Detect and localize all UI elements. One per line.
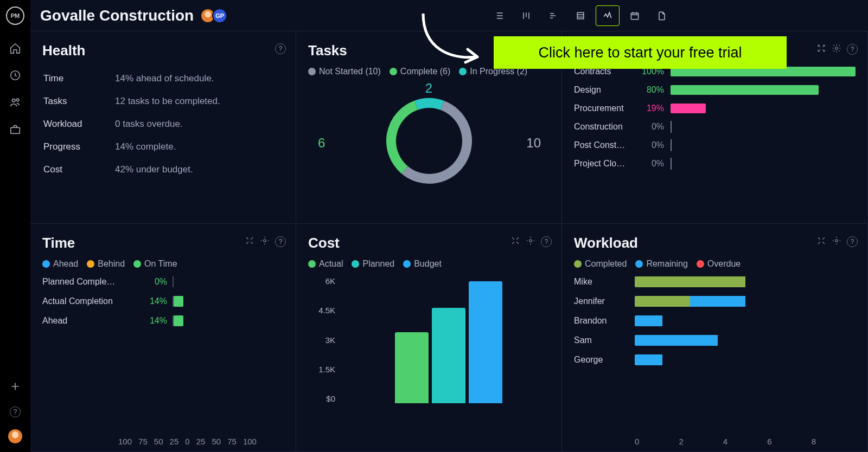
progress-row: Project Clo… 0% (574, 159, 856, 169)
workload-name: Mike (574, 277, 628, 287)
progress-pct: 0% (640, 122, 664, 132)
app-logo[interactable]: PM (6, 7, 24, 25)
legend-item[interactable]: Planned (352, 259, 394, 269)
health-label: Time (43, 68, 114, 89)
gear-icon[interactable] (832, 43, 841, 55)
expand-icon[interactable] (245, 236, 254, 248)
time-row: Planned Comple… 0% (42, 276, 284, 287)
help-icon[interactable]: ? (847, 236, 858, 247)
project-avatars[interactable]: GP (203, 8, 227, 23)
svg-rect-5 (631, 13, 638, 20)
legend-item[interactable]: On Time (133, 259, 177, 269)
legend-item[interactable]: Not Started (10) (308, 67, 381, 76)
legend-item[interactable]: Ahead (42, 259, 78, 269)
project-title: Govalle Construction (40, 7, 194, 24)
progress-pct: 19% (640, 104, 664, 113)
progress-bar (671, 85, 856, 95)
health-value: 42% under budget. (115, 159, 283, 180)
donut-value-complete: 6 (318, 135, 325, 151)
calendar-view-icon[interactable] (623, 5, 647, 26)
briefcase-icon[interactable] (9, 124, 21, 138)
time-row: Actual Completion 14% (42, 296, 284, 307)
health-value: 14% ahead of schedule. (115, 68, 283, 89)
sidebar: PM ? (0, 0, 30, 452)
cost-legend: ActualPlannedBudget (308, 259, 550, 269)
workload-legend: CompletedRemainingOverdue (574, 259, 856, 269)
progress-label: Construction (574, 122, 634, 132)
health-label: Workload (43, 113, 114, 135)
time-legend: AheadBehindOn Time (42, 259, 284, 269)
workload-bar (635, 276, 856, 287)
progress-bar (671, 122, 856, 132)
health-label: Cost (43, 159, 114, 180)
expand-icon[interactable] (816, 43, 826, 55)
workload-bar (635, 296, 856, 307)
legend-item[interactable]: Remaining (635, 259, 687, 269)
legend-item[interactable]: Behind (87, 259, 125, 269)
progress-bar (671, 140, 856, 150)
add-icon[interactable] (9, 380, 21, 395)
legend-item[interactable]: Overdue (697, 259, 741, 269)
help-icon[interactable]: ? (10, 406, 21, 417)
gear-icon[interactable] (526, 236, 535, 248)
progress-label: Project Clo… (574, 159, 634, 169)
help-icon[interactable]: ? (847, 44, 858, 55)
health-label: Progress (43, 136, 114, 158)
help-icon[interactable]: ? (275, 236, 286, 247)
time-label: Actual Completion (42, 296, 135, 306)
gear-icon[interactable] (832, 236, 841, 248)
expand-icon[interactable] (510, 236, 520, 248)
progress-pct: 80% (640, 85, 664, 95)
panel-cost: Cost ? ActualPlannedBudget 6K4.5K3K1.5K$… (296, 224, 562, 452)
workload-row: Jennifer (574, 296, 856, 307)
panel-workload: Workload ? CompletedRemainingOverdue Mik… (562, 224, 868, 452)
clock-icon[interactable] (9, 69, 21, 83)
progress-label: Procurement (574, 104, 634, 113)
health-value: 12 tasks to be completed. (115, 91, 283, 112)
tasks-donut: 2 10 6 (308, 84, 550, 198)
progress-pct: 0% (640, 140, 664, 150)
dashboard-view-icon[interactable] (596, 5, 620, 26)
topbar: Govalle Construction GP (30, 0, 868, 31)
progress-row: Construction 0% (574, 122, 856, 132)
legend-item[interactable]: Budget (403, 259, 442, 269)
legend-item[interactable]: Complete (6) (390, 67, 450, 76)
time-row: Ahead 14% (42, 315, 284, 326)
expand-icon[interactable] (816, 236, 826, 248)
workload-row: Sam (574, 335, 856, 346)
progress-bar (671, 159, 856, 169)
workload-name: Jennifer (574, 296, 628, 306)
progress-pct: 0% (640, 159, 664, 169)
workload-bar (635, 335, 856, 346)
panel-title: Workload (574, 235, 856, 251)
cost-bar (395, 332, 429, 403)
legend-item[interactable]: Completed (574, 259, 627, 269)
health-label: Tasks (43, 91, 114, 112)
list-view-icon[interactable] (487, 5, 511, 26)
cost-bar (469, 281, 502, 403)
team-icon[interactable] (9, 96, 21, 111)
help-icon[interactable]: ? (541, 236, 552, 247)
cta-banner[interactable]: Click here to start your free trial (494, 36, 787, 69)
avatar-initials[interactable]: GP (212, 8, 227, 23)
time-label: Planned Comple… (42, 277, 135, 287)
gantt-view-icon[interactable] (541, 5, 565, 26)
progress-bar (671, 104, 856, 113)
home-icon[interactable] (9, 42, 21, 56)
cost-bar (432, 308, 465, 403)
progress-row: Post Const… 0% (574, 140, 856, 150)
svg-point-7 (264, 240, 266, 242)
file-view-icon[interactable] (650, 5, 674, 26)
gear-icon[interactable] (260, 236, 270, 248)
svg-point-9 (835, 240, 838, 242)
time-pct: 14% (135, 316, 167, 326)
help-icon[interactable]: ? (275, 43, 286, 54)
workload-bar (635, 354, 856, 365)
svg-rect-3 (11, 127, 20, 133)
legend-item[interactable]: Actual (308, 259, 343, 269)
progress-row: Procurement 19% (574, 104, 856, 113)
time-pct: 14% (135, 296, 167, 306)
board-view-icon[interactable] (514, 5, 538, 26)
sheet-view-icon[interactable] (569, 5, 592, 26)
user-avatar[interactable] (8, 429, 22, 443)
